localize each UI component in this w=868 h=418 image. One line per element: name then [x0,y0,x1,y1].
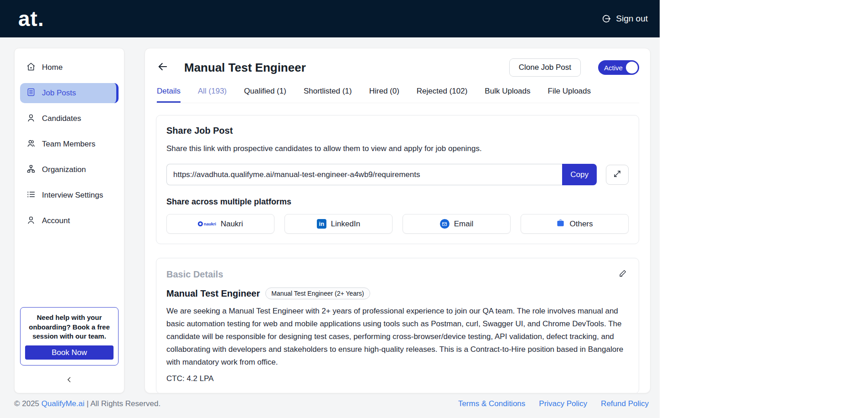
sidebar-item-interview-settings[interactable]: Interview Settings [20,185,119,205]
sidebar-item-label: Home [42,63,62,72]
job-title-row: Manual Test Engineer Clone Job Post Acti… [156,58,639,77]
footer-links: Terms & Conditions Privacy Policy Refund… [458,399,649,408]
platform-label: Email [454,219,474,229]
sidebar-item-account[interactable]: Account [20,211,119,231]
back-button[interactable] [156,61,170,74]
share-link-input[interactable] [166,164,562,185]
arrow-left-icon [156,60,169,75]
people-icon [26,139,36,150]
toggle-knob [626,62,638,73]
platform-label: Others [569,219,593,229]
tab-rejected[interactable]: Rejected (102) [417,87,468,103]
tab-hired[interactable]: Hired (0) [369,87,399,103]
logout-icon [601,14,611,24]
copy-link-button[interactable]: Copy [562,164,597,185]
tab-details[interactable]: Details [157,87,181,103]
expand-link-button[interactable] [606,165,629,185]
sidebar-collapse-button[interactable] [19,376,119,386]
sidebar-spacer [19,234,119,307]
job-description: We are seeking a Manual Test Engineer wi… [166,305,629,369]
sidebar-item-home[interactable]: Home [20,57,119,78]
tab-bulk-uploads[interactable]: Bulk Uploads [485,87,530,103]
job-post-main-panel: Manual Test Engineer Clone Job Post Acti… [145,48,651,393]
basic-details-title: Basic Details [166,269,223,280]
job-ctc: CTC: 4.2 LPA [166,374,629,383]
sign-out-button[interactable]: Sign out [601,14,648,24]
book-now-button[interactable]: Book Now [25,345,114,360]
qualifyme-link[interactable]: QualifyMe.ai [41,399,84,408]
job-experience-badge: Manual Test Engineer (2+ Years) [265,287,370,299]
chevron-left-icon [65,376,73,386]
toggle-label: Active [604,64,623,72]
share-card-title: Share Job Post [166,125,629,136]
job-post-tabs: Details All (193) Qualified (1) Shortlis… [156,87,639,103]
tab-file-uploads[interactable]: File Uploads [548,87,591,103]
org-chart-icon [26,164,36,176]
share-link-row: Copy [166,164,629,185]
linkedin-icon: in [317,219,326,229]
sign-out-label: Sign out [616,14,648,24]
share-linkedin-button[interactable]: in LinkedIn [284,214,393,234]
sidebar: Home Job Posts Candidates Team Members [14,48,124,393]
home-icon [26,62,36,73]
person-icon [26,215,36,227]
sidebar-item-label: Job Posts [42,89,76,98]
platform-buttons-row: naukri Naukri in LinkedIn Email [166,214,629,234]
terms-link[interactable]: Terms & Conditions [458,399,525,408]
copyright-text: © 2025 QualifyMe.ai | All Rights Reserve… [14,399,160,408]
job-title-badge-row: Manual Test Engineer Manual Test Enginee… [166,287,629,299]
tab-qualified[interactable]: Qualified (1) [244,87,286,103]
title-actions: Clone Job Post Active [509,58,639,77]
list-settings-icon [26,190,36,201]
person-icon [26,113,36,125]
clone-job-post-button[interactable]: Clone Job Post [509,58,581,77]
sidebar-item-label: Interview Settings [42,191,103,200]
pencil-icon [619,269,627,279]
sidebar-item-organization[interactable]: Organization [20,160,119,180]
sidebar-item-team-members[interactable]: Team Members [20,134,119,154]
edit-details-button[interactable] [617,268,629,280]
copyright-prefix: © 2025 [14,399,41,408]
sidebar-item-label: Team Members [42,140,95,149]
share-email-button[interactable]: Email [403,214,511,234]
privacy-link[interactable]: Privacy Policy [539,399,587,408]
copyright-suffix: | All Rights Reserved. [84,399,160,408]
app-root: at. Sign out Home [0,0,660,418]
brand-logo: at. [18,8,44,29]
platform-label: Naukri [221,219,243,229]
job-name: Manual Test Engineer [166,288,260,299]
page-footer: © 2025 QualifyMe.ai | All Rights Reserve… [0,393,660,418]
refund-link[interactable]: Refund Policy [601,399,649,408]
job-posts-icon [26,88,36,99]
page-title: Manual Test Engineer [184,61,306,75]
platforms-heading: Share across multiple platforms [166,197,629,207]
sidebar-item-label: Candidates [42,114,81,123]
briefcase-icon [556,219,565,230]
sidebar-item-label: Account [42,216,70,225]
basic-details-header: Basic Details [166,268,629,280]
sidebar-item-job-posts[interactable]: Job Posts [20,83,119,103]
sidebar-item-label: Organization [42,165,86,174]
tab-all[interactable]: All (193) [198,87,227,103]
content-row: Home Job Posts Candidates Team Members [0,37,660,393]
email-icon [440,219,450,229]
tab-shortlisted[interactable]: Shortlisted (1) [304,87,352,103]
share-naukri-button[interactable]: naukri Naukri [166,214,274,234]
basic-details-card: Basic Details Manual Test Engineer Manua… [156,258,639,393]
active-status-toggle[interactable]: Active [598,60,639,75]
naukri-icon: naukri [198,221,216,226]
help-text: Need help with your onboarding? Book a f… [25,313,114,341]
share-others-button[interactable]: Others [521,214,629,234]
share-job-post-card: Share Job Post Share this link with pros… [156,115,639,244]
onboarding-help-box: Need help with your onboarding? Book a f… [20,307,119,366]
top-header-bar: at. Sign out [0,0,660,37]
share-card-description: Share this link with prospective candida… [166,144,629,153]
expand-diagonal-icon [613,170,621,180]
platform-label: LinkedIn [331,219,360,229]
sidebar-item-candidates[interactable]: Candidates [20,109,119,129]
